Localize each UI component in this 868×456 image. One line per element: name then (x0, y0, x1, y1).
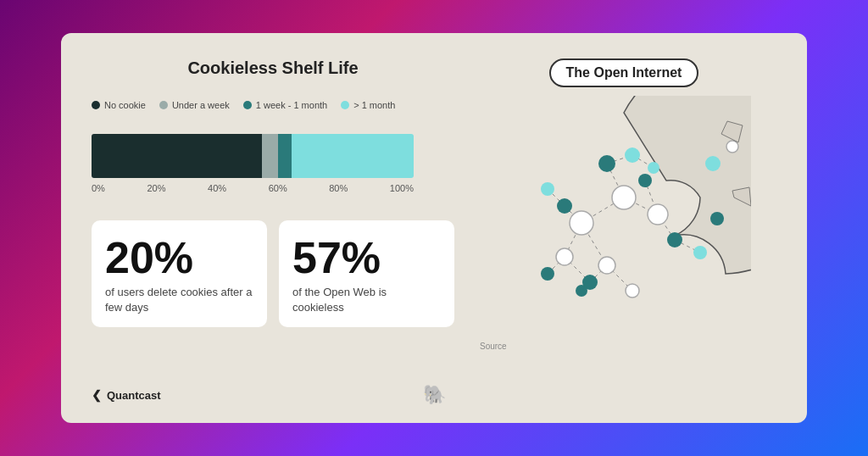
open-internet-label: The Open Internet (549, 58, 699, 87)
svg-point-30 (541, 182, 554, 196)
bar-x-labels: 0% 20% 40% 60% 80% 100% (92, 183, 414, 193)
quantcast-q-icon: ❮ (92, 388, 102, 402)
svg-point-16 (612, 186, 636, 209)
stat-desc-20: of users delete cookies after a few days (105, 285, 253, 315)
svg-point-26 (667, 232, 682, 247)
stat-desc-57: of the Open Web is cookieless (292, 285, 441, 315)
svg-point-17 (570, 211, 593, 235)
stat-card-20: 20% of users delete cookies after a few … (92, 220, 267, 327)
legend-label-over-month: > 1 month (353, 100, 395, 110)
svg-point-24 (541, 267, 554, 281)
legend-no-cookie: No cookie (92, 100, 146, 110)
x-label-60: 60% (269, 183, 287, 193)
legend-dot-under-week (159, 101, 168, 109)
svg-point-23 (557, 198, 572, 214)
legend-over-month: > 1 month (341, 100, 395, 110)
stat-number-20: 20% (105, 236, 253, 280)
stat-number-57: 57% (292, 236, 441, 280)
legend-week-month: 1 week - 1 month (243, 100, 327, 110)
chart-title: Cookieless Shelf Life (92, 58, 454, 78)
svg-point-35 (710, 212, 724, 225)
svg-point-19 (598, 257, 615, 274)
legend-label-week-month: 1 week - 1 month (256, 100, 327, 110)
svg-point-20 (626, 284, 639, 298)
cookie-network-diagram (497, 96, 751, 350)
x-label-0: 0% (92, 183, 105, 193)
bar-week-month (278, 134, 291, 178)
right-panel: The Open Internet (471, 58, 776, 370)
slide-footer: ❮ Quantcast 🐘 (92, 377, 776, 406)
svg-point-28 (638, 174, 652, 187)
bar-no-cookie (92, 134, 262, 178)
quantcast-brand-name: Quantcast (107, 389, 161, 402)
svg-point-22 (598, 155, 615, 172)
svg-point-31 (693, 246, 707, 259)
source-text: Source (480, 342, 507, 351)
stats-row: 20% of users delete cookies after a few … (92, 220, 454, 327)
bar-track (92, 134, 414, 178)
svg-point-27 (576, 285, 587, 297)
left-panel: Cookieless Shelf Life No cookie Under a … (92, 58, 454, 370)
bar-under-week (262, 134, 278, 178)
chart-legend: No cookie Under a week 1 week - 1 month … (92, 100, 454, 110)
stat-card-57: 57% of the Open Web is cookieless (279, 220, 454, 327)
x-label-20: 20% (147, 183, 165, 193)
bar-over-month (292, 134, 414, 178)
legend-label-no-cookie: No cookie (104, 100, 146, 110)
bar-chart: 0% 20% 40% 60% 80% 100% (92, 134, 454, 193)
svg-point-33 (705, 156, 721, 171)
svg-point-34 (726, 141, 738, 153)
legend-dot-over-month (341, 101, 349, 109)
svg-point-29 (625, 147, 640, 163)
elephant-icon: 🐘 (423, 384, 446, 406)
legend-label-under-week: Under a week (172, 100, 230, 110)
x-label-100: 100% (390, 183, 414, 193)
svg-point-32 (648, 162, 659, 174)
x-label-80: 80% (329, 183, 348, 193)
legend-dot-no-cookie (92, 101, 100, 109)
quantcast-logo: ❮ Quantcast (92, 388, 161, 402)
x-label-40: 40% (208, 183, 226, 193)
legend-dot-week-month (243, 101, 252, 109)
svg-point-18 (556, 248, 573, 265)
legend-under-week: Under a week (159, 100, 230, 110)
slide: Cookieless Shelf Life No cookie Under a … (61, 33, 807, 423)
svg-point-21 (648, 204, 668, 225)
